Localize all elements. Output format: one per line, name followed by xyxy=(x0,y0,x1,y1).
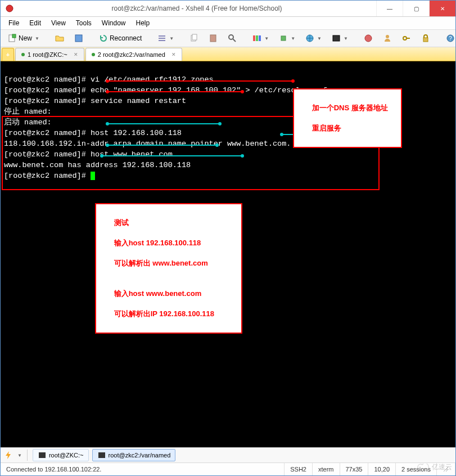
svg-rect-2 xyxy=(12,34,16,38)
palette-icon xyxy=(252,34,261,43)
save-button[interactable] xyxy=(70,32,87,44)
status-dot-icon xyxy=(21,53,25,56)
open-button[interactable] xyxy=(51,32,68,44)
key-button[interactable] xyxy=(398,32,415,44)
paste-button[interactable] xyxy=(205,32,222,44)
svg-text:?: ? xyxy=(449,35,452,42)
status-connection: Connected to 192.168.100.102:22. xyxy=(1,463,285,475)
bottom-tab-1-label: root@ZKC:~ xyxy=(49,452,84,459)
globe-icon xyxy=(305,34,314,43)
close-button[interactable]: ✕ xyxy=(429,1,455,16)
svg-rect-26 xyxy=(98,452,105,458)
find-button[interactable] xyxy=(224,32,241,44)
svg-rect-14 xyxy=(259,35,261,41)
menubar: File Edit View Tools Window Help xyxy=(1,17,455,30)
tab-1[interactable]: 1 root@ZKC:~✕ xyxy=(15,48,84,61)
plug-icon xyxy=(279,34,288,43)
menu-help[interactable]: Help xyxy=(132,18,155,28)
chevron-down-icon: ▼ xyxy=(317,36,322,41)
copy-icon xyxy=(189,34,198,43)
prompt: [root@zkc2 named]# xyxy=(4,75,91,84)
prompt: [root@zkc2 named]# xyxy=(4,97,91,105)
toolbar: New ▼ Reconnect ▼ ▼ ▼ ▼ ▼ ? xyxy=(1,30,455,47)
menu-file[interactable]: File xyxy=(4,18,24,28)
bolt-icon[interactable] xyxy=(4,451,13,460)
new-icon xyxy=(8,34,17,43)
svg-rect-25 xyxy=(39,452,46,458)
prompt: [root@zkc2 named]# xyxy=(4,86,91,95)
terminal[interactable]: [root@zkc2 named]# vi /etc/named.rfc1912… xyxy=(1,61,455,447)
tab-2[interactable]: 2 root@zkc2:/var/named✕ xyxy=(85,48,182,61)
minimize-button[interactable]: — xyxy=(376,1,403,16)
bottom-tab-1[interactable]: root@ZKC:~ xyxy=(33,449,89,461)
bottom-tab-2-label: root@zkc2:/var/named xyxy=(109,452,171,459)
svg-rect-9 xyxy=(210,35,216,42)
svg-rect-4 xyxy=(159,35,165,37)
watermark: 亿速云 xyxy=(417,462,452,472)
add-tab-button[interactable]: + xyxy=(2,48,14,61)
titlebar: root@zkc2:/var/named - Xshell 4 (Free fo… xyxy=(1,1,455,17)
command: service named restart xyxy=(91,97,186,105)
lock-icon xyxy=(421,34,430,43)
annotation-underline xyxy=(107,80,293,82)
reconnect-icon xyxy=(99,34,108,43)
svg-point-19 xyxy=(386,35,389,38)
terminal-icon xyxy=(97,451,106,460)
status-protocol: SSH2 xyxy=(285,463,313,475)
new-button[interactable]: New ▼ xyxy=(4,32,43,44)
session-button[interactable] xyxy=(360,32,377,44)
search-icon xyxy=(228,34,237,43)
reconnect-button[interactable]: Reconnect xyxy=(95,32,146,44)
lock-button[interactable] xyxy=(417,32,434,44)
svg-rect-22 xyxy=(423,38,428,42)
svg-point-0 xyxy=(6,5,13,12)
svg-rect-6 xyxy=(159,40,165,41)
chevron-down-icon: ▼ xyxy=(344,36,348,41)
color-button[interactable]: ▼ xyxy=(249,32,273,44)
svg-rect-8 xyxy=(192,34,197,40)
bottom-tab-2[interactable]: root@zkc2:/var/named xyxy=(92,449,176,461)
svg-point-18 xyxy=(365,35,372,42)
chevron-down-icon: ▼ xyxy=(35,36,39,41)
close-icon[interactable]: ✕ xyxy=(74,52,78,57)
terminal-button[interactable]: ▼ xyxy=(328,32,352,44)
help-button[interactable]: ? xyxy=(442,32,456,44)
menu-edit[interactable]: Edit xyxy=(25,18,46,28)
plugin-button[interactable]: ▼ xyxy=(275,32,299,44)
svg-rect-3 xyxy=(75,35,82,42)
maximize-button[interactable]: ▢ xyxy=(403,1,429,16)
svg-rect-17 xyxy=(333,35,340,41)
terminal-icon xyxy=(38,451,47,460)
paste-icon xyxy=(209,34,218,43)
tab-2-label: 2 root@zkc2:/var/named xyxy=(98,51,165,58)
annotation-note: 测试 输入host 192.168.100.118 可以解析出 www.bene… xyxy=(95,203,242,334)
status-dot-icon xyxy=(92,53,95,56)
user-icon xyxy=(383,34,392,43)
svg-point-10 xyxy=(229,35,233,39)
globe-button[interactable]: ▼ xyxy=(301,32,326,44)
command: echo "nameserver 192.168.100.102" > /etc… xyxy=(91,86,327,95)
chevron-down-icon: ▼ xyxy=(169,36,174,41)
chevron-down-icon: ▼ xyxy=(264,36,269,41)
window-title: root@zkc2:/var/named - Xshell 4 (Free fo… xyxy=(17,5,376,12)
annotation-underline xyxy=(107,91,242,92)
menu-view[interactable]: View xyxy=(47,18,70,28)
status-bar: Connected to 192.168.100.102:22. SSH2 xt… xyxy=(1,462,455,475)
svg-rect-13 xyxy=(256,35,258,41)
disk-icon xyxy=(74,34,83,43)
properties-button[interactable]: ▼ xyxy=(153,32,178,44)
tab-bar: + 1 root@ZKC:~✕ 2 root@zkc2:/var/named✕ xyxy=(1,47,455,61)
status-pos: 10,20 xyxy=(368,463,396,475)
copy-button[interactable] xyxy=(186,32,202,44)
svg-rect-12 xyxy=(253,35,255,41)
close-icon[interactable]: ✕ xyxy=(171,52,176,57)
annotation-note: 加一个DNS 服务器地址 重启服务 xyxy=(293,88,402,148)
bottom-bar: ▼ root@ZKC:~ root@zkc2:/var/named xyxy=(1,447,455,462)
user-button[interactable] xyxy=(379,32,396,44)
tab-1-label: 1 root@ZKC:~ xyxy=(28,51,67,58)
menu-window[interactable]: Window xyxy=(97,18,130,28)
svg-point-20 xyxy=(403,37,407,40)
command: vi /etc/named.rfc1912.zones xyxy=(91,75,214,84)
menu-tools[interactable]: Tools xyxy=(71,18,96,28)
session-icon xyxy=(364,34,373,43)
